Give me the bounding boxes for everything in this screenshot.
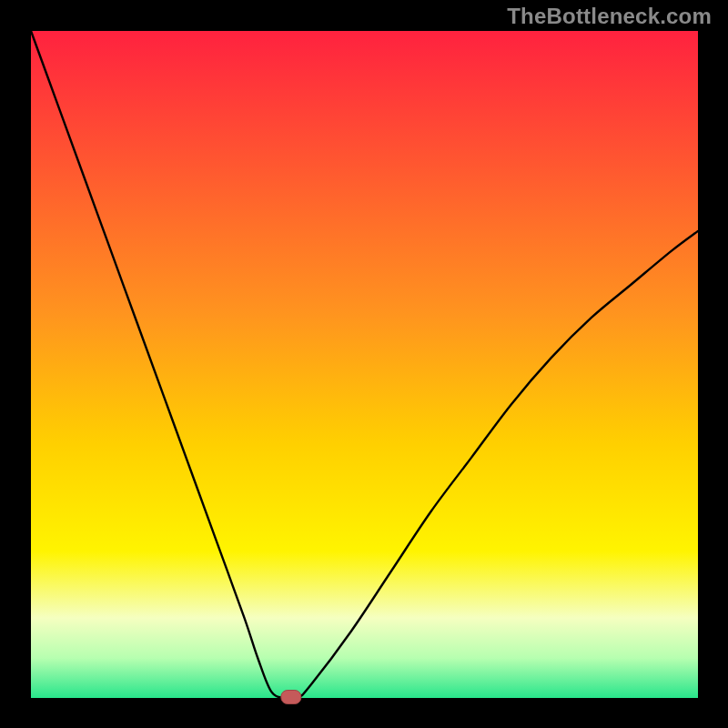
watermark-text: TheBottleneck.com xyxy=(507,4,712,29)
chart-frame: { "watermark": "TheBottleneck.com", "col… xyxy=(0,0,728,728)
bottleneck-chart xyxy=(0,0,728,728)
minimum-marker xyxy=(281,691,301,704)
plot-background xyxy=(31,31,698,698)
